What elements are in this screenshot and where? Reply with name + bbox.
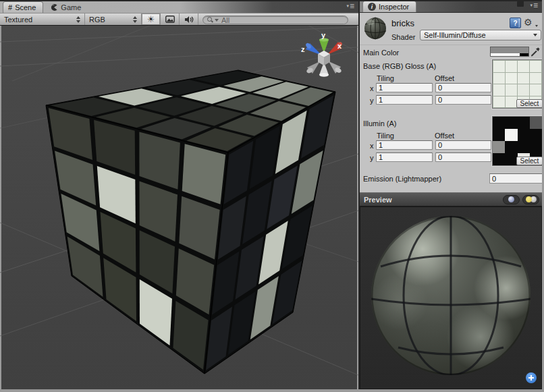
illumin-section-label: Illumin (A) [363, 119, 397, 128]
base-offset-y-field[interactable] [435, 95, 491, 105]
window-edge-top [0, 0, 544, 1]
base-tiling-y-field[interactable] [376, 95, 433, 105]
menu-lines-icon[interactable]: ≡ [533, 1, 537, 10]
inspector-tabbar: i Inspector ▾ ≡ [360, 0, 542, 13]
gizmo-x-label: x [337, 42, 342, 50]
scene-audio-toggle[interactable] [180, 13, 198, 25]
illumin-texture-select-button[interactable]: Select [516, 157, 543, 165]
eyedropper-icon[interactable] [531, 45, 541, 57]
header-separator [360, 45, 542, 45]
texture-cell [506, 84, 517, 96]
illumin-offset-label: Offset [435, 132, 454, 140]
scene-tabbar: # Scene Game ▾ ≡ [0, 0, 358, 13]
game-tab-label: Game [61, 3, 81, 11]
popup-arrows-icon [128, 16, 137, 23]
game-tab-icon [50, 3, 58, 11]
popup-arrows-icon [71, 16, 80, 23]
emission-field[interactable] [489, 173, 543, 184]
texture-cell [505, 141, 517, 153]
base-offset-x-field[interactable] [435, 83, 491, 92]
material-name: bricks [391, 18, 414, 28]
texture-cell [518, 141, 530, 153]
lock-icon[interactable] [517, 1, 524, 7]
dropdown-arrow-icon [533, 34, 537, 36]
base-texture-select-button[interactable]: Select [516, 99, 543, 108]
preview-shape-button[interactable] [503, 195, 520, 204]
inspector-pane: i Inspector ▾ ≡ bricks Shader [360, 0, 542, 392]
texture-cell [505, 153, 517, 165]
base-section-label: Base (RGB) Gloss (A) [363, 62, 436, 70]
texture-cell [493, 61, 505, 72]
base-offset-label: Offset [435, 74, 454, 82]
texture-cell [530, 61, 541, 72]
gizmo-z-label: z [301, 45, 305, 53]
illumin-offset-x-field[interactable] [435, 140, 491, 150]
preview-sphere [360, 207, 541, 389]
draw-mode-dropdown[interactable]: Textured [0, 13, 85, 25]
scene-skybox-toggle[interactable] [161, 13, 180, 25]
scene-tab-icon: # [8, 3, 12, 11]
scene-toolbar: Textured RGB ☀ [0, 13, 358, 26]
image-icon [165, 16, 175, 23]
main-color-label: Main Color [363, 49, 399, 57]
tab-game[interactable]: Game [43, 1, 88, 13]
texture-cell [493, 129, 505, 141]
shader-dropdown[interactable]: Self-Illumin/Diffuse [420, 30, 541, 40]
preview-header[interactable]: Preview [360, 192, 542, 206]
scene-tab-label: Scene [15, 3, 36, 11]
scene-lighting-toggle[interactable]: ☀ [142, 13, 161, 25]
texture-cell [530, 73, 541, 84]
tab-scene[interactable]: # Scene [3, 1, 43, 13]
illumin-offset-y-field[interactable] [435, 152, 491, 162]
base-x-label: x [370, 84, 374, 92]
scene-viewport[interactable]: y z x [0, 0, 358, 392]
material-preview-area[interactable] [360, 206, 542, 389]
texture-cell [518, 129, 530, 141]
shader-label: Shader [391, 33, 415, 41]
menu-arrow-icon: ▾ [530, 3, 533, 8]
texture-cell [493, 73, 505, 84]
emission-label: Emission (Lightmapper) [363, 175, 441, 183]
gear-arrow-icon [535, 25, 538, 27]
search-icon [207, 17, 213, 23]
texture-cell [505, 117, 517, 129]
texture-cell [505, 129, 517, 141]
texture-cell [518, 73, 529, 84]
base-tiling-x-field[interactable] [376, 83, 433, 92]
help-button[interactable]: ? [510, 18, 521, 28]
preview-lighting-button[interactable] [522, 195, 539, 204]
sphere-icon [508, 196, 514, 202]
illumin-tiling-x-field[interactable] [376, 140, 433, 150]
base-tiling-label: Tiling [377, 74, 394, 82]
illumin-tiling-y-field[interactable] [376, 152, 433, 162]
window-border-left [0, 13, 1, 389]
alpha-bar [491, 53, 528, 56]
preview-title: Preview [360, 196, 392, 204]
gear-icon: ⚙ [524, 17, 533, 28]
scene-pane-menu-button[interactable]: ▾ ≡ [346, 1, 358, 13]
illumin-tiling-label: Tiling [377, 132, 394, 140]
unity-editor-window: y z x # Scene Game ▾ ≡ [0, 0, 544, 392]
pane-splitter[interactable] [358, 0, 360, 392]
texture-cell [506, 73, 517, 84]
texture-cell [530, 141, 542, 153]
texture-cell [493, 153, 505, 165]
texture-cell [493, 117, 505, 129]
inspector-tab-label: Inspector [379, 3, 409, 11]
sun-icon: ☀ [147, 15, 155, 24]
tab-inspector[interactable]: i Inspector [362, 1, 416, 12]
texture-cell [518, 117, 530, 129]
main-color-swatch[interactable] [490, 47, 529, 57]
render-mode-dropdown[interactable]: RGB [85, 13, 142, 25]
inspector-pane-menu: ▾ ≡ [517, 1, 542, 12]
menu-arrow-icon: ▾ [346, 3, 349, 9]
scene-search-field[interactable]: All [202, 16, 348, 24]
texture-cell [530, 84, 541, 96]
add-button[interactable] [526, 372, 537, 383]
search-filter-arrow-icon [215, 19, 219, 22]
speaker-icon [184, 16, 194, 24]
texture-cell [506, 61, 517, 72]
gear-menu-button[interactable]: ⚙ [524, 17, 537, 28]
lights-icon [526, 196, 537, 203]
gizmo-y-label: y [321, 31, 326, 39]
